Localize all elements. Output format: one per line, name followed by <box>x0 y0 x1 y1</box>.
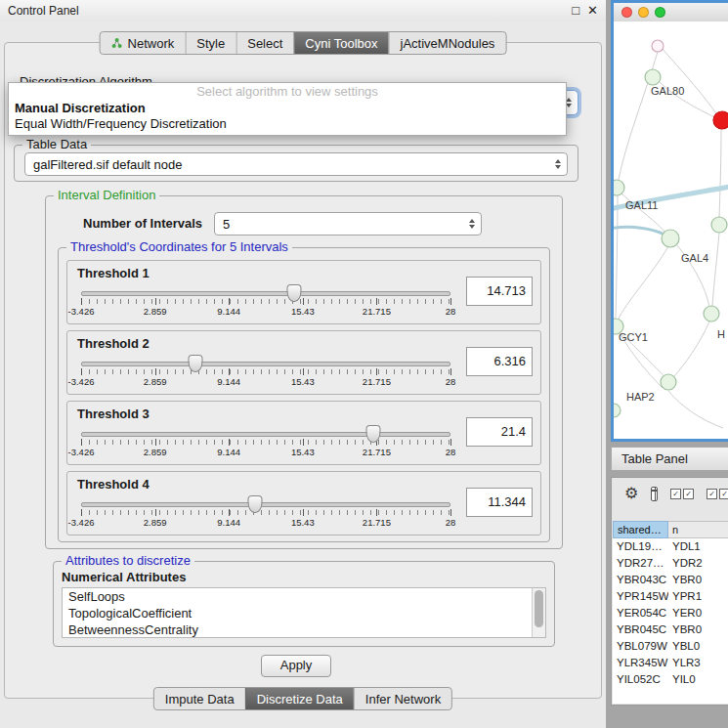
number-of-intervals-select[interactable]: 5 <box>214 212 482 236</box>
select-rows-icon[interactable]: ✓ ✓ <box>707 489 728 499</box>
tab-impute-data[interactable]: Impute Data <box>154 688 245 709</box>
table-row[interactable]: YER054CYER0 <box>613 605 728 621</box>
slider-scale-label: 21.715 <box>363 447 391 457</box>
slider-major-tick <box>81 439 82 446</box>
tab-label: Cyni Toolbox <box>305 36 377 51</box>
apply-button[interactable]: Apply <box>261 655 331 677</box>
attribute-list-item[interactable]: SelfLoops <box>63 588 532 605</box>
threshold-slider[interactable]: -3.4262.8599.14415.4321.71528 <box>81 493 450 533</box>
network-canvas[interactable]: GAL80GAL11GAL4GCY1HHAP2 <box>614 21 728 439</box>
table-row[interactable]: YIL052CYIL0 <box>613 671 728 688</box>
threshold-panel: Threshold 1-3.4262.8599.14415.4321.71528… <box>66 260 541 324</box>
tab-style[interactable]: Style <box>185 32 236 54</box>
traffic-light-zoom-icon[interactable] <box>655 7 665 18</box>
gear-icon[interactable]: ⚙ <box>624 486 638 501</box>
tab-network[interactable]: Network <box>101 32 186 54</box>
network-node[interactable] <box>711 217 727 233</box>
table-row[interactable]: YDR27…YDR2 <box>613 555 728 572</box>
thresholds-group: Threshold's Coordinates for 5 Intervals … <box>58 247 550 542</box>
column-header-shared-name[interactable]: shared… <box>613 521 668 538</box>
table-data-select[interactable]: galFiltered.sif default node <box>24 152 568 176</box>
select-columns-icon[interactable]: ✓ ✓ <box>670 489 694 499</box>
network-node[interactable] <box>645 69 661 85</box>
number-of-intervals-label: Number of Intervals <box>83 216 202 231</box>
network-node[interactable] <box>661 374 676 390</box>
slider-major-tick <box>303 509 304 516</box>
table-columns-icon[interactable] <box>651 487 658 501</box>
tab-discretize-data[interactable]: Discretize Data <box>245 688 354 709</box>
combo-arrows-icon <box>555 159 561 169</box>
threshold-value-field[interactable]: 6.316 <box>466 347 533 376</box>
slider-major-tick <box>229 298 230 305</box>
table-row[interactable]: YBL079WYBL0 <box>613 638 728 655</box>
cell-name: YBR0 <box>668 572 728 588</box>
threshold-slider[interactable]: -3.4262.8599.14415.4321.71528 <box>81 353 450 392</box>
tab-jactivemnodules[interactable]: jActiveMNodules <box>389 32 506 54</box>
cell-name: YIL0 <box>668 671 728 688</box>
slider-major-tick <box>81 368 82 375</box>
threshold-value-field[interactable]: 11.344 <box>466 488 533 517</box>
cell-shared-name: YDR27… <box>613 555 668 572</box>
slider-scale-label: 28 <box>446 517 456 528</box>
traffic-light-minimize-icon[interactable] <box>638 7 649 18</box>
cell-name: YDL1 <box>668 538 728 555</box>
attributes-group-title: Attributes to discretize <box>62 553 194 568</box>
close-icon[interactable]: ✕ <box>587 3 598 18</box>
table-row[interactable]: YDL19…YDL1 <box>613 538 728 555</box>
dropdown-option-manual-discretization[interactable]: Manual Discretization <box>9 101 566 116</box>
slider-scale-label: -3.426 <box>68 517 95 528</box>
column-header-name[interactable]: n <box>668 521 728 538</box>
scrollbar-thumb[interactable] <box>535 590 543 627</box>
table-row[interactable]: YLR345WYLR3 <box>613 655 728 671</box>
float-window-icon[interactable]: □ <box>572 3 579 18</box>
table-row[interactable]: YPR145WYPR1 <box>613 588 728 605</box>
tab-label: Discretize Data <box>257 692 343 707</box>
tab-select[interactable]: Select <box>236 32 293 54</box>
slider-scale-label: 15.43 <box>291 447 315 457</box>
table-row[interactable]: YBR043CYBR0 <box>613 572 728 588</box>
attribute-list-item[interactable]: TopologicalCoefficient <box>63 605 532 621</box>
slider-track[interactable] <box>81 362 450 366</box>
network-node-label: GAL80 <box>651 85 684 97</box>
bottom-tab-bar: Impute Data Discretize Data Infer Networ… <box>153 687 452 710</box>
network-node[interactable] <box>713 111 728 129</box>
slider-scale-label: 9.144 <box>217 447 240 457</box>
slider-major-tick <box>450 509 451 516</box>
tab-infer-network[interactable]: Infer Network <box>354 688 451 709</box>
attribute-list-item[interactable]: BetweennessCentrality <box>63 621 532 638</box>
threshold-slider[interactable]: -3.4262.8599.14415.4321.71528 <box>81 282 450 321</box>
checkbox-icon: ✓ <box>719 489 728 499</box>
cell-name: YLR3 <box>668 655 728 671</box>
network-node-label: H <box>717 328 725 340</box>
table-data-selected-value: galFiltered.sif default node <box>33 157 182 172</box>
network-canvas-svg[interactable]: GAL80GAL11GAL4GCY1HHAP2 <box>614 21 728 439</box>
dropdown-option-equal-width-frequency[interactable]: Equal Width/Frequency Discretization <box>9 116 566 132</box>
table-row[interactable]: YBR045CYBR0 <box>613 621 728 638</box>
numerical-attributes-list: SelfLoopsTopologicalCoefficientBetweenne… <box>62 587 546 638</box>
network-node[interactable] <box>704 306 719 321</box>
network-node[interactable] <box>662 230 679 247</box>
network-node[interactable] <box>614 404 621 417</box>
control-panel-titlebar: Control Panel □ ✕ <box>0 0 606 21</box>
list-scrollbar[interactable] <box>532 588 545 637</box>
network-node[interactable] <box>652 40 664 52</box>
network-edge <box>674 321 709 376</box>
slider-major-tick <box>155 509 156 516</box>
slider-track[interactable] <box>81 502 450 507</box>
window-title: Control Panel <box>8 4 79 18</box>
threshold-panel: Threshold 3-3.4262.8599.14415.4321.71528… <box>66 401 541 465</box>
threshold-value-field[interactable]: 14.713 <box>466 277 533 306</box>
slider-track[interactable] <box>81 291 450 296</box>
slider-scale-label: 15.43 <box>291 517 315 528</box>
network-node[interactable] <box>614 180 624 195</box>
slider-major-tick <box>450 368 451 375</box>
traffic-light-close-icon[interactable] <box>621 7 632 18</box>
tab-label: Impute Data <box>165 692 235 707</box>
attributes-group: Attributes to discretize Numerical Attri… <box>53 561 555 647</box>
table-toolbar: ⚙ ✓ ✓ ✓ ✓ <box>612 478 728 509</box>
threshold-slider[interactable]: -3.4262.8599.14415.4321.71528 <box>81 423 450 462</box>
slider-track[interactable] <box>81 432 450 437</box>
tab-cyni-toolbox[interactable]: Cyni Toolbox <box>293 32 388 54</box>
slider-scale-label: 2.859 <box>144 447 167 457</box>
threshold-value-field[interactable]: 21.4 <box>466 417 533 447</box>
